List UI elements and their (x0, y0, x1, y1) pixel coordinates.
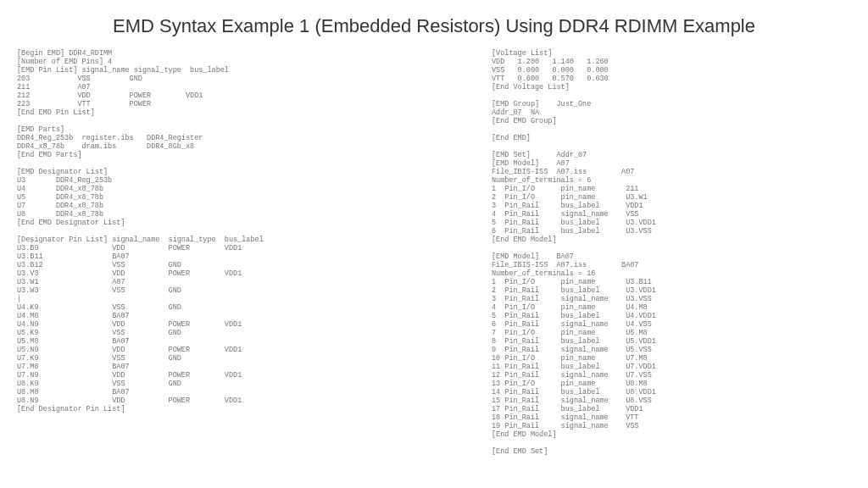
content-columns: [Begin EMD] DDR4_RDIMM [Number of EMD Pi… (0, 49, 868, 456)
code-block-left: [Begin EMD] DDR4_RDIMM [Number of EMD Pi… (17, 49, 492, 456)
page-title: EMD Syntax Example 1 (Embedded Resistors… (0, 0, 868, 49)
code-block-right: [Voltage List] VDD 1.200 1.140 1.260 VSS… (492, 49, 851, 456)
